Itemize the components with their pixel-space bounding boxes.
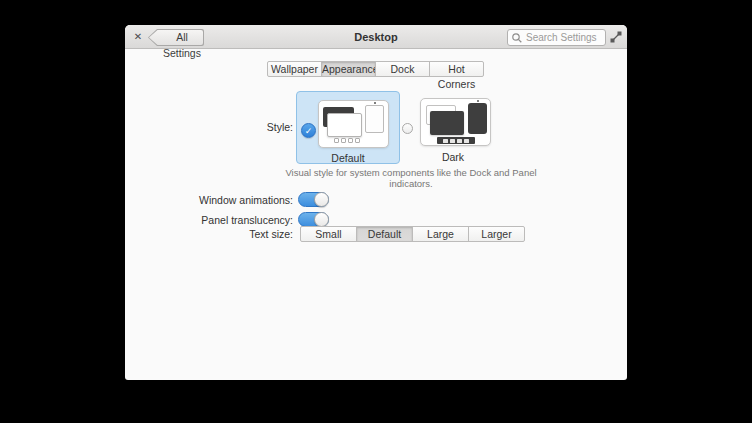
diagonal-expand-icon	[609, 30, 623, 44]
toggle-knob	[314, 192, 329, 207]
desktop-background: ✕ All Settings Desktop	[0, 0, 752, 423]
preview-dock	[437, 137, 475, 144]
preview-panel-indicator	[477, 100, 479, 102]
style-option-dark[interactable]: Dark	[402, 91, 512, 164]
text-size-control: Small Default Large Larger	[300, 226, 525, 242]
style-label: Style:	[163, 121, 293, 134]
toggle-knob	[314, 212, 329, 227]
search-icon	[511, 32, 523, 44]
window-animations-label: Window animations:	[163, 194, 293, 207]
tab-hot-corners[interactable]: Hot Corners	[429, 61, 484, 77]
search-field[interactable]	[507, 29, 606, 46]
preview-window-front	[327, 113, 362, 137]
preview-panel	[468, 103, 487, 134]
preview-window-front	[430, 111, 464, 135]
search-input[interactable]	[526, 30, 604, 45]
header-bar[interactable]: ✕ All Settings Desktop	[125, 25, 627, 49]
style-option-dark-label: Dark	[398, 151, 508, 163]
style-default-radio-checked[interactable]: ✓	[301, 123, 316, 138]
style-option-default[interactable]: ✓ Default	[296, 91, 400, 164]
text-size-label: Text size:	[163, 228, 293, 241]
style-option-default-label: Default	[297, 152, 399, 164]
tab-bar: Wallpaper Appearance Dock Hot Corners	[267, 61, 484, 77]
text-size-default[interactable]: Default	[356, 226, 413, 242]
text-size-large[interactable]: Large	[412, 226, 469, 242]
maximize-icon[interactable]	[609, 30, 623, 44]
tab-wallpaper[interactable]: Wallpaper	[267, 61, 322, 77]
tab-appearance[interactable]: Appearance	[321, 61, 376, 77]
all-settings-back-button[interactable]: All Settings	[148, 29, 204, 46]
close-icon[interactable]: ✕	[131, 25, 145, 49]
text-size-small[interactable]: Small	[300, 226, 357, 242]
default-style-preview	[318, 100, 389, 148]
settings-window: ✕ All Settings Desktop	[125, 25, 627, 380]
panel-translucency-toggle[interactable]	[298, 212, 329, 227]
tab-dock[interactable]: Dock	[375, 61, 430, 77]
back-button-label: All Settings	[160, 29, 204, 46]
window-animations-toggle[interactable]	[298, 192, 329, 207]
style-description: Visual style for system components like …	[283, 167, 539, 189]
preview-panel-indicator	[374, 102, 376, 104]
preview-panel	[365, 105, 384, 133]
preview-dock	[334, 138, 360, 143]
style-dark-radio-unchecked[interactable]	[402, 123, 413, 134]
text-size-larger[interactable]: Larger	[468, 226, 525, 242]
panel-translucency-label: Panel translucency:	[163, 214, 293, 227]
dark-style-preview	[420, 98, 491, 146]
